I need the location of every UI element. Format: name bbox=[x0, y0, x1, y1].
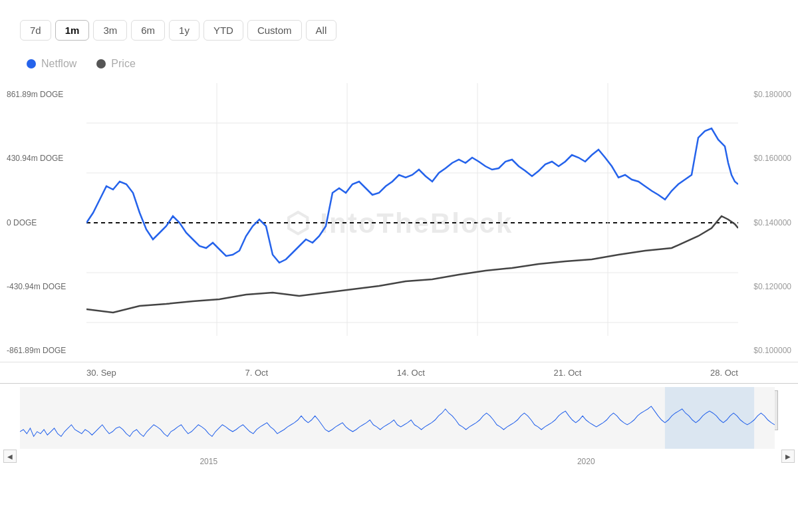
x-axis-labels: 30. Sep 7. Oct 14. Oct 21. Oct 28. Oct bbox=[0, 362, 798, 383]
btn-1y[interactable]: 1y bbox=[169, 20, 200, 41]
btn-custom[interactable]: Custom bbox=[247, 20, 302, 41]
btn-1m[interactable]: 1m bbox=[55, 20, 90, 41]
x-label-1: 30. Sep bbox=[86, 368, 116, 378]
y-right-2: $0.160000 bbox=[753, 154, 791, 163]
btn-3m[interactable]: 3m bbox=[93, 20, 127, 41]
netflow-label: Netflow bbox=[41, 58, 76, 70]
y-right-4: $0.120000 bbox=[753, 282, 791, 291]
price-label: Price bbox=[111, 58, 135, 70]
btn-6m[interactable]: 6m bbox=[131, 20, 165, 41]
x-label-5: 28. Oct bbox=[710, 368, 738, 378]
mini-chart-svg bbox=[20, 387, 775, 449]
time-range-buttons: 7d 1m 3m 6m 1y YTD Custom All bbox=[0, 13, 798, 51]
y-right-5: $0.100000 bbox=[753, 346, 791, 355]
mini-chart: ◀ ▶ 2015 20 bbox=[0, 383, 798, 469]
y-axis-right: $0.180000 $0.160000 $0.140000 $0.120000 … bbox=[753, 83, 791, 362]
btn-7d[interactable]: 7d bbox=[20, 20, 51, 41]
y-left-2: 430.94m DOGE bbox=[7, 154, 66, 163]
mini-x-2015: 2015 bbox=[200, 457, 217, 466]
y-left-3: 0 DOGE bbox=[7, 218, 66, 227]
btn-ytd[interactable]: YTD bbox=[203, 20, 243, 41]
y-right-3: $0.140000 bbox=[753, 218, 791, 227]
x-label-3: 14. Oct bbox=[397, 368, 425, 378]
y-left-4: -430.94m DOGE bbox=[7, 282, 66, 291]
mini-nav-right-button[interactable]: ▶ bbox=[781, 450, 795, 463]
main-chart: 861.89m DOGE 430.94m DOGE 0 DOGE -430.94… bbox=[0, 83, 798, 362]
y-left-5: -861.89m DOGE bbox=[7, 346, 66, 355]
btn-all[interactable]: All bbox=[306, 20, 337, 41]
y-left-1: 861.89m DOGE bbox=[7, 90, 66, 99]
y-right-1: $0.180000 bbox=[753, 90, 791, 99]
price-dot bbox=[96, 59, 106, 68]
svg-rect-9 bbox=[20, 387, 775, 449]
mini-x-2020: 2020 bbox=[577, 457, 595, 466]
x-label-2: 7. Oct bbox=[245, 368, 269, 378]
chart-legend: Netflow Price bbox=[0, 51, 798, 83]
legend-netflow: Netflow bbox=[27, 58, 76, 70]
x-label-4: 21. Oct bbox=[553, 368, 581, 378]
svg-rect-10 bbox=[665, 387, 754, 449]
main-chart-svg bbox=[86, 83, 738, 362]
netflow-dot bbox=[27, 59, 36, 68]
mini-x-axis: 2015 2020 bbox=[20, 457, 775, 466]
chart-area: 861.89m DOGE 430.94m DOGE 0 DOGE -430.94… bbox=[0, 83, 798, 532]
legend-price: Price bbox=[96, 58, 135, 70]
y-axis-left: 861.89m DOGE 430.94m DOGE 0 DOGE -430.94… bbox=[7, 83, 66, 362]
main-container: 7d 1m 3m 6m 1y YTD Custom All Netflow Pr… bbox=[0, 0, 798, 532]
mini-nav-left-button[interactable]: ◀ bbox=[3, 450, 17, 463]
